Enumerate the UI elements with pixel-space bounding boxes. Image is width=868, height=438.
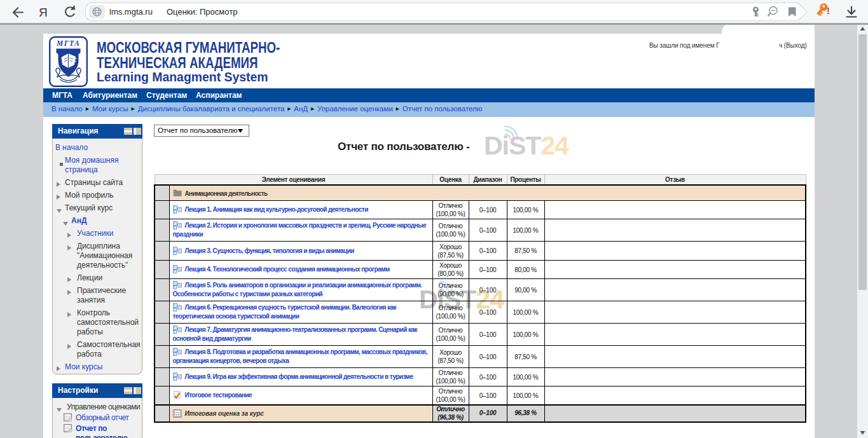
svg-text:!: !	[827, 5, 830, 16]
svg-text:МГТА: МГТА	[56, 39, 80, 47]
svg-text:Я: Я	[39, 6, 48, 19]
